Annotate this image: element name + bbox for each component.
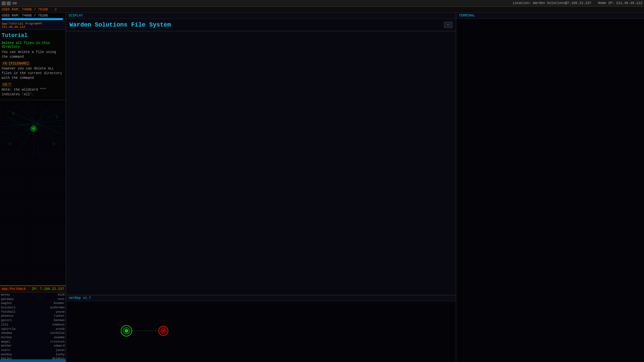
password-item-right: nicholas: [34, 331, 65, 335]
password-item-right: 4128: [34, 293, 65, 297]
password-item-left: football: [1, 310, 32, 314]
password-item-left: scars: [1, 349, 32, 353]
ram-bar: [2, 18, 63, 20]
tutorial-command1: rm [FILENAME]: [2, 61, 30, 66]
password-item-left: bailey: [1, 357, 32, 359]
password-item-left: eagle1: [1, 302, 32, 306]
app-icon-1: [2, 1, 6, 5]
password-item-right: scoob: [34, 327, 65, 331]
second-bar: USED RAM: 746mb / 761mb 2: [0, 7, 644, 13]
password-item-right: lucky: [34, 353, 65, 357]
password-item-right: piderman: [34, 306, 65, 310]
password-item-left: phoenix: [1, 314, 32, 318]
password-item-left: 1111: [1, 323, 32, 327]
password-item-right: test: [34, 298, 65, 302]
password-list: moneygatewayeagle1knickersfootballphoeni…: [0, 292, 66, 359]
password-item-right: edward: [34, 344, 65, 348]
main-layout: USED RAM: 746mb / 761mb app:Tutorial Pro…: [0, 13, 644, 362]
network-visualization: [0, 100, 66, 286]
back-button[interactable]: ←: [444, 22, 452, 28]
porthack-ip: IP: 7.160.22.237: [32, 287, 64, 291]
display-header: DISPLAY: [66, 13, 456, 19]
tutorial-section: Tutorial Delete all files in this direct…: [0, 30, 66, 100]
ram-label: USED RAM: 746mb / 761mb: [2, 8, 48, 11]
file-list: [66, 31, 456, 295]
filesystem-title: Warden Solutions File System: [69, 21, 171, 28]
password-item-right: jason: [34, 349, 65, 353]
middle-panel: DISPLAY Warden Solutions File System ← n…: [66, 13, 456, 362]
porthack-section: app:PortHack IP: 7.160.22.237: [0, 286, 66, 292]
tutorial-note: Note: the wildcard "*" indicates 'All'.: [2, 88, 64, 97]
password-item-left: knickers: [1, 306, 32, 310]
password-item-left: mickey: [1, 336, 32, 340]
network-svg: [0, 100, 66, 286]
top-bar-number: 60: [12, 1, 17, 5]
ram-used-label: USED RAM: 746mb / 761mb: [2, 14, 48, 17]
terminal-header: TERMINAL: [456, 13, 644, 19]
netmap-svg: [66, 301, 456, 361]
password-item-left: gateway: [1, 298, 32, 302]
password-col-right: 4128testboomerpidermanyounerunnerbatmanc…: [34, 293, 65, 359]
password-item-right: youne: [34, 310, 65, 314]
top-bar-right: Location: Warden Solutions@7.160.22.237 …: [513, 1, 642, 5]
ram-badge: 2: [55, 8, 57, 11]
password-item-right: batman: [34, 319, 65, 323]
top-bar: 60 Location: Warden Solutions@7.160.22.2…: [0, 0, 644, 7]
svg-point-27: [162, 330, 164, 332]
svg-point-24: [125, 329, 128, 332]
terminal-header-text: TERMINAL: [459, 14, 475, 17]
password-item-left: squirtle: [1, 327, 32, 331]
tutorial-title: Tutorial: [2, 33, 64, 39]
app-info: app:Tutorial Program#P: 211.46.46.112: [0, 21, 66, 30]
filesystem-title-bar: Warden Solutions File System ←: [66, 19, 456, 31]
tutorial-command2: rm *: [2, 83, 12, 87]
top-bar-icons: [2, 1, 11, 5]
password-item-right: cowboys: [34, 323, 65, 327]
terminal-content: [456, 19, 644, 362]
netmap-canvas: [66, 301, 456, 361]
home-ip-text: Home IP: 211.46.46.112: [598, 1, 642, 5]
tutorial-text1: You can delete a file using the command: [2, 50, 64, 59]
password-item-left: shadow: [1, 331, 32, 335]
password-item-right: swimme: [34, 336, 65, 340]
password-col-left: moneygatewayeagle1knickersfootballphoeni…: [1, 293, 32, 359]
password-item-left: gators: [1, 319, 32, 323]
left-panel: USED RAM: 746mb / 761mb app:Tutorial Pro…: [0, 13, 66, 362]
netmap-section: netMap v1.7: [66, 295, 456, 362]
ram-bar-container: [2, 18, 64, 20]
app-icon-2: [7, 1, 11, 5]
ram-section: USED RAM: 746mb / 761mb: [0, 13, 66, 21]
password-item-left: money: [1, 293, 32, 297]
password-item-right: dolpbin: [34, 357, 65, 359]
password-item-right: boomer: [34, 302, 65, 306]
scroll-bar[interactable]: [0, 359, 66, 362]
right-panel: TERMINAL: [456, 13, 644, 362]
password-item-right: trustno1: [34, 340, 65, 344]
password-item-left: monkey: [1, 353, 32, 357]
tutorial-text2: however you can delete ALL files in the …: [2, 66, 64, 81]
password-item-left: angel: [1, 340, 32, 344]
app-tutorial-text: app:Tutorial Program#P: 211.46.46.112: [2, 22, 43, 29]
top-bar-left: 60: [2, 1, 17, 5]
password-item-right: runner: [34, 314, 65, 318]
display-header-text: DISPLAY: [69, 14, 83, 17]
password-item-left: mother: [1, 344, 32, 348]
location-text: Location: Warden Solutions@7.160.22.237: [513, 1, 591, 5]
netmap-header: netMap v1.7: [66, 295, 456, 301]
porthack-label: app:PortHack: [2, 287, 26, 291]
tutorial-heading: Delete all files in this directory: [2, 41, 64, 49]
svg-point-15: [32, 127, 35, 130]
